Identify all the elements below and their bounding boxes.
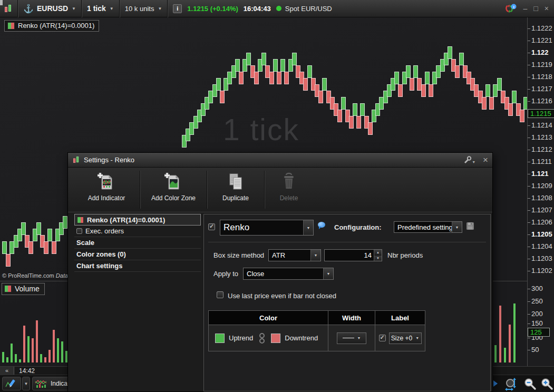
volume-icon xyxy=(4,285,12,292)
save-icon[interactable] xyxy=(466,222,474,230)
renko-brick xyxy=(318,91,323,103)
duplicate-button[interactable]: Duplicate xyxy=(209,168,262,212)
axis-tick xyxy=(528,301,530,302)
axis-tick xyxy=(528,65,530,65)
axis-tick xyxy=(528,247,530,247)
indicator-label[interactable]: Renko (ATR(14)=0.0001) xyxy=(4,20,99,32)
axis-tick xyxy=(528,222,530,223)
maximize-button[interactable]: □ xyxy=(533,5,538,12)
separator xyxy=(208,242,486,242)
axis-tick xyxy=(528,77,530,77)
box-size-method-select[interactable]: ATR xyxy=(268,249,321,261)
sidebar-item-chart-settings[interactable]: Chart settings xyxy=(74,260,201,272)
renko-brick xyxy=(485,84,490,97)
uptrend-label: Uptrend xyxy=(229,334,253,342)
nbr-periods-stepper[interactable]: ▲▼ xyxy=(324,249,382,261)
close-button[interactable]: × xyxy=(545,5,549,12)
timeframe-dropdown[interactable]: 1 tick ▼ xyxy=(87,4,114,13)
nbr-periods-input[interactable] xyxy=(325,250,374,261)
scroll-left-button[interactable]: « xyxy=(0,367,14,375)
spin-up-icon[interactable]: ▲ xyxy=(374,250,382,255)
sidebar-item-color-zones[interactable]: Color zones (0) xyxy=(74,249,201,260)
units-dropdown[interactable]: 10 k units ▼ xyxy=(125,5,162,13)
label-visible-checkbox[interactable] xyxy=(379,335,386,341)
volume-bar xyxy=(23,326,25,362)
draw-tool-button[interactable] xyxy=(2,377,21,390)
configuration-select[interactable]: Predefined settings xyxy=(394,221,462,233)
axis-tick xyxy=(528,198,530,199)
renko-brick xyxy=(406,65,411,78)
comment-bubble-icon[interactable] xyxy=(318,222,326,229)
delete-button[interactable]: Delete xyxy=(267,168,311,212)
volume-bar xyxy=(53,330,55,362)
apply-to-select[interactable]: Close xyxy=(243,268,334,280)
axis-tick xyxy=(528,350,530,350)
spin-down-icon[interactable]: ▼ xyxy=(374,255,382,261)
indicator-visible-checkbox[interactable] xyxy=(208,223,215,230)
indicator-label-text: Renko (ATR(14)=0.0001) xyxy=(18,22,94,30)
sidebar-item-renko[interactable]: Renko (ATR(14)=0.0001) xyxy=(74,214,201,226)
renko-brick xyxy=(497,78,502,91)
sidebar-item-scale[interactable]: Scale xyxy=(74,237,201,249)
sidebar-item-label: Scale xyxy=(76,239,94,247)
link-colors-icon[interactable] xyxy=(259,332,265,344)
price-tick-label: 1.1213 xyxy=(531,133,552,142)
renko-brick xyxy=(489,97,494,110)
expand-right-icon[interactable] xyxy=(493,380,498,387)
minimize-button[interactable]: – xyxy=(523,5,528,12)
volume-label-text: Volume xyxy=(15,285,40,293)
renko-brick xyxy=(220,91,225,103)
zoom-in-icon[interactable] xyxy=(541,378,553,390)
renko-brick xyxy=(239,72,244,84)
line-sample xyxy=(343,338,354,338)
renko-brick xyxy=(36,222,41,235)
renko-brick xyxy=(28,241,33,254)
renko-brick xyxy=(261,53,266,65)
volume-bar xyxy=(40,354,42,362)
indicator-name-select[interactable]: Renko xyxy=(220,220,314,236)
renko-brick xyxy=(52,241,56,254)
dialog-close-icon[interactable]: × xyxy=(483,156,488,164)
draw-tool-dropdown[interactable]: ▼ xyxy=(22,377,30,390)
zoom-out-icon[interactable] xyxy=(524,378,537,390)
delete-label: Delete xyxy=(280,194,298,202)
dialog-titlebar[interactable]: Settings - Renko ▼ × xyxy=(68,153,492,168)
pan-zoom-icon[interactable] xyxy=(504,378,519,391)
info-icon[interactable]: i xyxy=(173,4,182,13)
axis-tick xyxy=(528,234,530,235)
label-size-value: Size +0 xyxy=(391,335,412,342)
exec-orders-checkbox[interactable] xyxy=(76,228,82,234)
chevron-down-icon: ▼ xyxy=(24,381,28,386)
sidebar-item-label: Renko (ATR(14)=0.0001) xyxy=(87,216,165,224)
renko-brick xyxy=(337,110,342,122)
axis-tick xyxy=(528,324,530,324)
refresh-icon[interactable]: i xyxy=(504,4,517,14)
renko-brick xyxy=(349,116,354,129)
label-size-select[interactable]: Size +0 xyxy=(389,332,422,344)
sidebar-item-label: Chart settings xyxy=(76,262,122,270)
downtrend-color-swatch[interactable] xyxy=(271,334,280,343)
line-width-select[interactable] xyxy=(337,332,366,344)
renko-brick xyxy=(429,84,433,97)
box-size-method-value: ATR xyxy=(269,250,310,261)
axis-tick xyxy=(528,101,530,102)
uptrend-color-swatch[interactable] xyxy=(215,334,225,343)
chart-type-icon[interactable] xyxy=(4,4,12,13)
settings-panel: Renko Configuration: Predefined settings… xyxy=(203,214,491,391)
volume-pane-label[interactable]: Volume xyxy=(2,283,45,295)
volume-bar xyxy=(509,325,511,362)
add-color-zone-button[interactable]: Add Color Zone xyxy=(142,168,205,212)
renko-brick xyxy=(512,91,517,103)
chevron-down-icon xyxy=(323,268,333,279)
volume-bar xyxy=(61,341,63,362)
symbol-dropdown[interactable]: EURUSD ▼ xyxy=(37,4,76,13)
renko-brick xyxy=(2,241,7,254)
sidebar-item-exec-orders[interactable]: Exec. orders xyxy=(74,226,201,237)
last-price-checkbox[interactable] xyxy=(217,291,223,298)
trash-icon xyxy=(279,172,298,192)
renko-brick xyxy=(47,229,52,241)
add-indicator-button[interactable]: Add Indicator xyxy=(75,168,138,212)
wrench-menu-icon[interactable]: ▼ xyxy=(463,156,475,164)
axis-tick xyxy=(528,174,530,174)
price-axis[interactable]: 1.12221.12211.1221.12191.12181.12171.121… xyxy=(527,17,554,366)
